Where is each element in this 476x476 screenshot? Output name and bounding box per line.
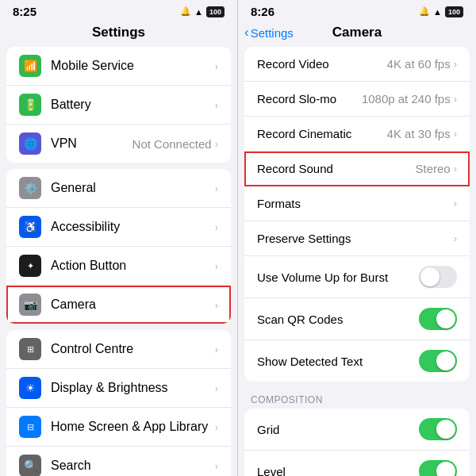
- display-label: Display & Brightness: [51, 381, 215, 395]
- record-cinematic-value: 4K at 30 fps: [387, 127, 451, 140]
- toggle-knob: [436, 351, 455, 370]
- action-button-chevron: ›: [215, 260, 218, 272]
- show-detected-label: Show Detected Text: [257, 355, 419, 368]
- settings-row-battery[interactable]: 🔋 Battery ›: [6, 86, 231, 125]
- composition-section-label: COMPOSITION: [238, 388, 476, 409]
- general-chevron: ›: [215, 182, 218, 194]
- control-centre-icon: ⊞: [19, 338, 41, 360]
- vpn-icon: 🌐: [19, 132, 41, 155]
- record-slomo-chevron: ›: [454, 93, 457, 105]
- right-panel: 8:26 🔔 ▲ 100 ‹ Settings Camera Record Vi…: [238, 0, 476, 476]
- show-detected-toggle[interactable]: [419, 350, 457, 372]
- right-status-bar: 8:26 🔔 ▲ 100: [238, 0, 476, 21]
- record-sound-value: Stereo: [415, 162, 450, 175]
- back-chevron-icon: ‹: [244, 25, 249, 40]
- display-icon: ☀: [19, 377, 41, 399]
- level-label: Level: [257, 465, 419, 477]
- left-time: 8:25: [13, 5, 36, 18]
- home-screen-label: Home Screen & App Library: [51, 420, 215, 434]
- mobile-service-label: Mobile Service: [51, 59, 215, 73]
- right-bell-icon: 🔔: [419, 6, 430, 17]
- settings-row-control-centre[interactable]: ⊞ Control Centre ›: [6, 330, 231, 369]
- vpn-value: Not Connected: [132, 137, 212, 151]
- control-centre-chevron: ›: [215, 344, 218, 355]
- battery-label: Battery: [51, 98, 215, 112]
- right-wifi-icon: ▲: [433, 7, 442, 17]
- record-video-label: Record Video: [257, 57, 387, 71]
- cam-row-volume-burst[interactable]: Use Volume Up for Burst: [244, 256, 470, 298]
- formats-chevron: ›: [454, 198, 457, 209]
- mobile-service-icon: 📶: [19, 55, 41, 77]
- left-status-bar: 8:25 🔔 ▲ 100: [0, 0, 237, 21]
- vpn-chevron: ›: [215, 138, 218, 150]
- record-video-chevron: ›: [454, 58, 457, 70]
- settings-group-3: ⊞ Control Centre › ☀ Display & Brightnes…: [6, 330, 231, 476]
- volume-burst-label: Use Volume Up for Burst: [257, 271, 419, 284]
- record-cinematic-label: Record Cinematic: [257, 127, 387, 140]
- settings-row-accessibility[interactable]: ♿ Accessibility ›: [6, 208, 231, 247]
- settings-row-display[interactable]: ☀ Display & Brightness ›: [6, 369, 231, 408]
- camera-main-group: Record Video 4K at 60 fps › Record Slo-m…: [244, 47, 470, 382]
- settings-row-vpn[interactable]: 🌐 VPN Not Connected ›: [6, 125, 231, 163]
- home-screen-icon: ⊟: [19, 416, 41, 438]
- cam-row-show-detected[interactable]: Show Detected Text: [244, 340, 470, 382]
- action-button-icon: ✦: [19, 255, 41, 277]
- mobile-service-chevron: ›: [215, 60, 218, 72]
- cam-row-scan-qr[interactable]: Scan QR Codes: [244, 298, 470, 340]
- settings-row-camera[interactable]: 📷 Camera ›: [6, 286, 231, 324]
- cam-row-formats[interactable]: Formats ›: [244, 186, 470, 221]
- record-sound-label: Record Sound: [257, 162, 415, 175]
- camera-settings-list[interactable]: Record Video 4K at 60 fps › Record Slo-m…: [238, 47, 476, 476]
- cam-row-record-video[interactable]: Record Video 4K at 60 fps ›: [244, 47, 470, 82]
- left-status-icons: 🔔 ▲ 100: [180, 6, 225, 17]
- left-header: Settings: [0, 21, 237, 47]
- cam-row-record-cinematic[interactable]: Record Cinematic 4K at 30 fps ›: [244, 117, 470, 152]
- grid-toggle[interactable]: [419, 418, 457, 440]
- toggle-knob: [420, 267, 440, 286]
- settings-row-mobile-service[interactable]: 📶 Mobile Service ›: [6, 47, 231, 86]
- control-centre-label: Control Centre: [51, 342, 215, 356]
- left-panel: 8:25 🔔 ▲ 100 Settings 📶 Mobile Service ›…: [0, 0, 238, 476]
- left-settings-list[interactable]: 📶 Mobile Service › 🔋 Battery › 🌐 VPN Not…: [0, 47, 237, 476]
- preserve-label: Preserve Settings: [257, 232, 454, 245]
- settings-row-general[interactable]: ⚙️ General ›: [6, 169, 231, 208]
- record-cinematic-chevron: ›: [454, 128, 457, 140]
- scan-qr-toggle[interactable]: [419, 308, 457, 330]
- level-toggle[interactable]: [419, 460, 457, 476]
- accessibility-chevron: ›: [215, 221, 218, 233]
- search-label: Search: [51, 459, 215, 473]
- scan-qr-label: Scan QR Codes: [257, 313, 419, 326]
- settings-row-search[interactable]: 🔍 Search ›: [6, 447, 231, 476]
- general-icon: ⚙️: [19, 177, 41, 199]
- right-battery-icon: 100: [445, 6, 463, 17]
- home-screen-chevron: ›: [215, 421, 218, 433]
- cam-row-record-slomo[interactable]: Record Slo-mo 1080p at 240 fps ›: [244, 82, 470, 117]
- right-title: Camera: [332, 25, 382, 40]
- wifi-icon: ▲: [194, 7, 203, 17]
- settings-row-home-screen[interactable]: ⊟ Home Screen & App Library ›: [6, 408, 231, 447]
- cam-row-level[interactable]: Level: [244, 451, 470, 476]
- grid-label: Grid: [257, 423, 419, 436]
- record-video-value: 4K at 60 fps: [387, 57, 451, 71]
- accessibility-label: Accessibility: [51, 220, 215, 234]
- right-header: ‹ Settings Camera: [238, 21, 476, 47]
- back-button[interactable]: ‹ Settings: [244, 25, 294, 40]
- accessibility-icon: ♿: [19, 216, 41, 238]
- settings-group-2: ⚙️ General › ♿ Accessibility › ✦ Action …: [6, 169, 231, 324]
- camera-chevron: ›: [215, 299, 218, 311]
- battery-chevron: ›: [215, 99, 218, 111]
- action-button-label: Action Button: [51, 259, 215, 273]
- right-time: 8:26: [251, 5, 274, 18]
- volume-burst-toggle[interactable]: [419, 266, 457, 288]
- cam-row-preserve[interactable]: Preserve Settings ›: [244, 221, 470, 256]
- back-label: Settings: [251, 26, 294, 40]
- left-title: Settings: [92, 25, 145, 40]
- cam-row-grid[interactable]: Grid: [244, 409, 470, 451]
- settings-row-action-button[interactable]: ✦ Action Button ›: [6, 247, 231, 286]
- general-label: General: [51, 181, 215, 195]
- display-chevron: ›: [215, 382, 218, 394]
- search-icon: 🔍: [19, 455, 41, 476]
- cam-row-record-sound[interactable]: Record Sound Stereo ›: [244, 152, 470, 186]
- record-slomo-label: Record Slo-mo: [257, 92, 362, 106]
- settings-group-1: 📶 Mobile Service › 🔋 Battery › 🌐 VPN Not…: [6, 47, 231, 163]
